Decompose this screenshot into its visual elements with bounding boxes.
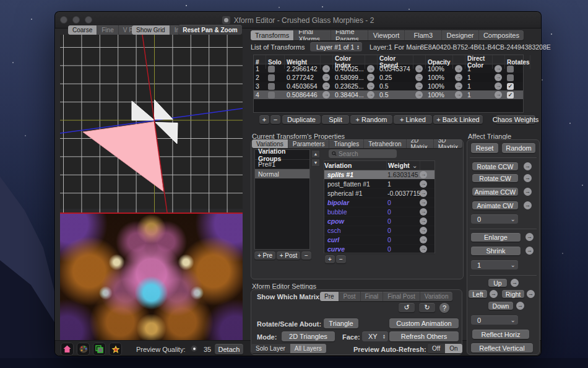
opacity-arrow-button[interactable]: →: [455, 65, 462, 72]
move-left-arrow-button[interactable]: →: [490, 290, 498, 298]
direct-color-arrow-button[interactable]: →: [495, 74, 502, 81]
add-variation-button[interactable]: +: [325, 255, 335, 263]
variation-arrow-button[interactable]: →: [420, 227, 427, 234]
reflect-vertical-button[interactable]: Reflect Vertical: [471, 343, 533, 353]
solo-checkbox[interactable]: [268, 92, 275, 99]
color-speed-arrow-button[interactable]: →: [415, 91, 423, 99]
copy-layers-button[interactable]: [93, 343, 106, 356]
variation-arrow-button[interactable]: →: [420, 236, 427, 243]
help-button[interactable]: ?: [439, 303, 449, 313]
opacity-arrow-button[interactable]: →: [455, 74, 462, 81]
tab-viewport[interactable]: Viewport: [368, 30, 405, 40]
group-scroll-down-button[interactable]: ▼: [311, 159, 320, 167]
shrink-arrow-button[interactable]: →: [525, 247, 534, 255]
transform-row-1[interactable]: 1 2.2966142 → 0.40025... → 0.0345374 → 1…: [254, 64, 523, 73]
segment-off[interactable]: Off: [428, 344, 445, 353]
rotate-ccw-button[interactable]: Rotate CCW: [472, 162, 518, 170]
tab-designer[interactable]: Designer: [442, 30, 479, 40]
animate-ccw-button[interactable]: Animate CCW: [472, 188, 518, 196]
segment-coarse[interactable]: Coarse: [68, 25, 97, 35]
color-speed-arrow-button[interactable]: →: [415, 74, 423, 81]
move-up-arrow-button[interactable]: →: [511, 279, 519, 287]
weight-arrow-button[interactable]: →: [322, 91, 330, 99]
move-left-button[interactable]: Left: [469, 290, 487, 298]
enlarge-button[interactable]: Enlarge: [471, 233, 521, 242]
layer-popup[interactable]: Layer #1 of 1 ▲▼: [310, 42, 362, 51]
variation-arrow-button[interactable]: →: [420, 245, 427, 253]
direct-color-arrow-button[interactable]: →: [495, 82, 502, 90]
scale-amount-popup[interactable]: 1⌄: [471, 260, 518, 269]
minimize-button[interactable]: [72, 16, 80, 24]
palette-button[interactable]: [77, 343, 90, 356]
segment-solo-layer[interactable]: Solo Layer: [251, 344, 290, 353]
variation-row-curl[interactable]: curl0 →: [324, 235, 435, 245]
animate-cw-button[interactable]: Animate CW: [472, 201, 518, 209]
enlarge-arrow-button[interactable]: →: [525, 233, 534, 241]
variation-arrow-button[interactable]: →: [420, 199, 427, 206]
segment-on[interactable]: On: [445, 344, 462, 353]
remove-variation-button[interactable]: −: [336, 255, 346, 263]
tab-transforms[interactable]: Transforms: [251, 30, 294, 40]
sort-chevron-icon[interactable]: ⌄: [412, 162, 418, 169]
color-index-arrow-button[interactable]: →: [367, 91, 374, 99]
duplicate-button[interactable]: Duplicate: [282, 115, 321, 124]
tab-2d-matrix[interactable]: 2D Matrix: [407, 139, 434, 148]
transform-row-3[interactable]: 3 0.4503654 → 0.23625... → 0.5 → 100% → …: [254, 82, 523, 90]
segment-final[interactable]: Final: [361, 292, 384, 301]
opacity-arrow-button[interactable]: →: [455, 82, 462, 90]
rotates-checkbox[interactable]: [507, 74, 514, 81]
chaos-weights-button[interactable]: Chaos Weights: [496, 115, 535, 124]
animate-cw-arrow-button[interactable]: →: [524, 201, 532, 209]
weight-arrow-button[interactable]: →: [322, 82, 330, 90]
shrink-button[interactable]: Shrink: [471, 247, 521, 255]
variation-search-field[interactable]: Search: [329, 149, 397, 158]
group-item-normal-selected[interactable]: Normal: [255, 169, 309, 178]
weight-arrow-button[interactable]: →: [322, 74, 330, 81]
add-transform-button[interactable]: +: [259, 115, 269, 124]
variation-arrow-button[interactable]: →: [420, 208, 427, 216]
detach-button[interactable]: Detach: [215, 344, 243, 354]
rotate-amount-popup[interactable]: 0⌄: [471, 214, 518, 224]
rotate-scale-about-button[interactable]: Triangle: [324, 318, 358, 328]
solo-checkbox[interactable]: [268, 83, 275, 90]
rotate-cw-arrow-button[interactable]: →: [524, 174, 532, 182]
variation-row-bipolar[interactable]: bipolar0 →: [324, 198, 435, 208]
variation-arrow-button[interactable]: →: [420, 190, 427, 197]
move-down-button[interactable]: Down: [488, 302, 513, 310]
opacity-arrow-button[interactable]: →: [455, 91, 462, 99]
tab-flam3[interactable]: Flam3: [405, 30, 442, 40]
direct-color-arrow-button[interactable]: →: [495, 91, 502, 99]
reflect-horiz-button[interactable]: Reflect Horiz: [472, 330, 529, 339]
tab-triangles[interactable]: Triangles: [329, 139, 364, 148]
variation-arrow-button[interactable]: →: [420, 180, 427, 188]
color-index-arrow-button[interactable]: →: [367, 82, 374, 90]
segment-fine[interactable]: Fine: [97, 25, 118, 35]
move-right-button[interactable]: Right: [502, 290, 524, 298]
variation-row-cpow[interactable]: cpow0 →: [324, 217, 435, 226]
move-right-arrow-button[interactable]: →: [527, 290, 535, 298]
add-pre-group-button[interactable]: + Pre: [254, 252, 275, 260]
variation-row-post-flatten[interactable]: post_flatten #11 →: [324, 180, 435, 189]
transform-row-2[interactable]: 2 0.277242 → 0.58099... → 0.25 → 100% → …: [254, 73, 523, 82]
redo-button[interactable]: ↻: [419, 303, 435, 312]
color-index-arrow-button[interactable]: →: [367, 65, 374, 72]
random-button[interactable]: Random: [502, 143, 535, 153]
tab-tetrahedron[interactable]: Tetrahedron: [364, 139, 406, 148]
transform-row-4-selected[interactable]: 4 0.5086446 → 0.38404... → 0.5 → 100% → …: [254, 90, 523, 99]
close-button[interactable]: [60, 16, 67, 24]
variation-arrow-button[interactable]: →: [420, 217, 427, 225]
tab-composites[interactable]: Composites: [479, 30, 524, 40]
solo-checkbox[interactable]: [268, 66, 275, 72]
add-post-group-button[interactable]: + Post: [277, 252, 300, 260]
rotates-checkbox[interactable]: ✓: [507, 83, 514, 90]
remove-transform-button[interactable]: −: [270, 115, 280, 124]
variation-arrow-button[interactable]: →: [420, 171, 427, 178]
reset-pan-zoom-button[interactable]: Reset Pan & Zoom: [178, 25, 242, 35]
move-down-arrow-button[interactable]: →: [516, 302, 524, 310]
rotates-checkbox[interactable]: ✓: [507, 92, 514, 99]
split-button[interactable]: Split: [322, 115, 349, 124]
group-scroll-up-button[interactable]: ▲: [311, 150, 320, 158]
segment-final-post[interactable]: Final Post: [383, 292, 420, 301]
rotate-ccw-arrow-button[interactable]: →: [524, 162, 532, 170]
solo-checkbox[interactable]: [268, 74, 275, 81]
